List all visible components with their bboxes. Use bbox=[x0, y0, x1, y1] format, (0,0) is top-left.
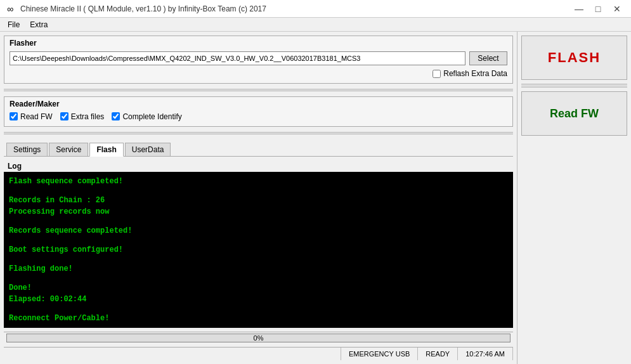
status-ready: READY bbox=[418, 348, 458, 360]
flasher-section: Flasher Select Reflash Extra Data bbox=[4, 36, 513, 84]
flasher-title: Flasher bbox=[10, 39, 507, 48]
title-bar-controls: — □ ✕ bbox=[570, 3, 626, 15]
complete-identify-text: Complete Identify bbox=[122, 112, 181, 121]
reflash-label[interactable]: Reflash Extra Data bbox=[433, 69, 507, 78]
right-spacer bbox=[521, 140, 627, 360]
read-fw-button[interactable]: Read FW bbox=[521, 91, 627, 136]
title-bar: ∞ Chinese Miracle II ( QLM Module, ver1.… bbox=[0, 0, 631, 18]
menu-file[interactable]: File bbox=[3, 19, 25, 30]
reader-section: Reader/Maker Read FW Extra files Complet… bbox=[4, 96, 513, 127]
log-line: Elapsed: 00:02:44 bbox=[9, 294, 508, 305]
progress-bar-area: 0% bbox=[4, 332, 513, 344]
tab-service[interactable]: Service bbox=[49, 143, 88, 156]
log-line: Done! bbox=[9, 282, 508, 294]
extra-files-text: Extra files bbox=[71, 112, 105, 121]
title-bar-text: Chinese Miracle II ( QLM Module, ver1.10… bbox=[20, 4, 266, 13]
tabs-bar: Settings Service Flash UserData bbox=[4, 140, 513, 157]
log-line bbox=[9, 256, 508, 263]
title-bar-left: ∞ Chinese Miracle II ( QLM Module, ver1.… bbox=[5, 4, 266, 14]
h-separator-2 bbox=[4, 132, 513, 134]
app-icon: ∞ bbox=[5, 4, 15, 14]
minimize-button[interactable]: — bbox=[570, 3, 588, 15]
log-line bbox=[9, 305, 508, 313]
h-separator-1 bbox=[4, 89, 513, 91]
progress-text: 0% bbox=[7, 334, 510, 342]
status-time: 10:27:46 AM bbox=[458, 348, 513, 360]
menu-bar: File Extra bbox=[0, 18, 631, 32]
log-line bbox=[9, 187, 508, 195]
close-button[interactable]: ✕ bbox=[608, 3, 626, 15]
extra-files-label[interactable]: Extra files bbox=[60, 112, 105, 121]
reflash-text: Reflash Extra Data bbox=[443, 69, 507, 78]
complete-identify-checkbox[interactable] bbox=[112, 112, 120, 120]
reflash-checkbox[interactable] bbox=[433, 70, 441, 78]
log-line: Records in Chain : 26 bbox=[9, 195, 508, 206]
read-fw-checkbox[interactable] bbox=[10, 112, 18, 120]
reader-title: Reader/Maker bbox=[10, 100, 507, 108]
log-line: Flashing done! bbox=[9, 263, 508, 275]
reader-row: Read FW Extra files Complete Identify bbox=[10, 112, 507, 121]
log-line: Reconnect Power/Cable! bbox=[9, 313, 508, 324]
log-line: Flash sequence completed! bbox=[9, 176, 508, 187]
main-content: Flasher Select Reflash Extra Data Reader… bbox=[0, 32, 631, 364]
log-line bbox=[9, 275, 508, 282]
tab-userdata[interactable]: UserData bbox=[125, 143, 171, 156]
status-left bbox=[4, 348, 341, 360]
read-fw-text: Read FW bbox=[20, 112, 53, 121]
status-bar: EMERGENCY USB READY 10:27:46 AM bbox=[4, 347, 513, 360]
reflash-row: Reflash Extra Data bbox=[10, 69, 507, 78]
extra-files-checkbox[interactable] bbox=[60, 112, 68, 120]
log-line: Processing records now bbox=[9, 206, 508, 218]
tab-settings[interactable]: Settings bbox=[6, 143, 48, 156]
status-emergency-usb: EMERGENCY USB bbox=[341, 348, 418, 360]
log-section: Log Flash sequence completed!Records in … bbox=[4, 160, 513, 328]
right-panel: FLASH Read FW bbox=[517, 32, 631, 364]
flasher-row: Select bbox=[10, 51, 507, 65]
right-separator bbox=[521, 84, 627, 88]
log-line: Records sequence completed! bbox=[9, 225, 508, 237]
left-panel: Flasher Select Reflash Extra Data Reader… bbox=[0, 32, 517, 364]
log-label: Log bbox=[4, 160, 513, 172]
menu-extra[interactable]: Extra bbox=[25, 19, 53, 30]
tab-flash[interactable]: Flash bbox=[89, 143, 123, 157]
select-button[interactable]: Select bbox=[469, 51, 507, 65]
complete-identify-label[interactable]: Complete Identify bbox=[112, 112, 181, 121]
log-line bbox=[9, 218, 508, 225]
progress-bar-outer: 0% bbox=[6, 334, 511, 342]
log-line bbox=[9, 237, 508, 244]
read-fw-label[interactable]: Read FW bbox=[10, 112, 53, 121]
log-line: Boot settings configured! bbox=[9, 244, 508, 256]
file-path-input[interactable] bbox=[10, 51, 465, 65]
maximize-button[interactable]: □ bbox=[589, 3, 607, 15]
log-content[interactable]: Flash sequence completed!Records in Chai… bbox=[4, 172, 513, 328]
flash-button[interactable]: FLASH bbox=[521, 36, 627, 80]
